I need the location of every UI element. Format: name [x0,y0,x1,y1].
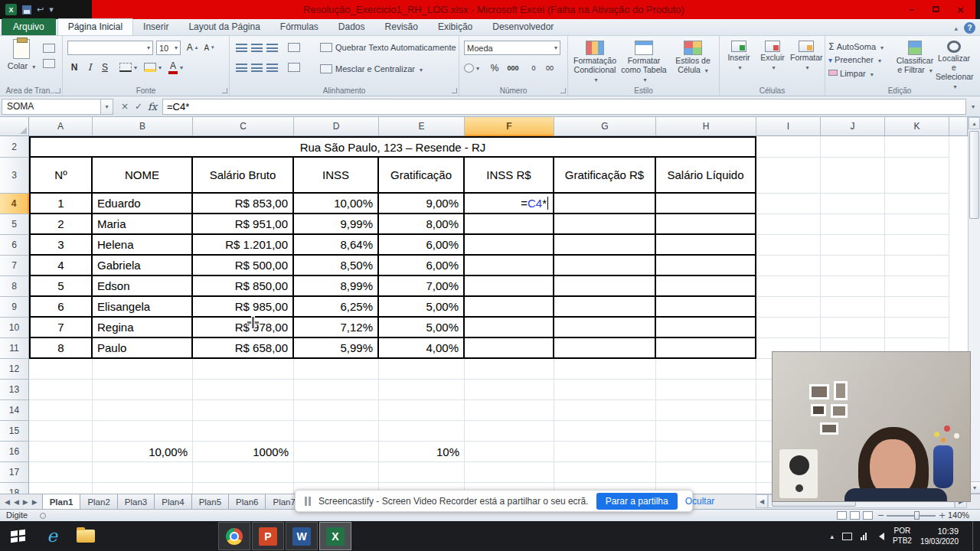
column-header-B[interactable]: B [93,117,193,136]
cell-C5[interactable]: R$ 951,00 [193,214,294,235]
row-header-6[interactable]: 6 [0,235,29,256]
cell-E15[interactable] [379,421,465,442]
cell-F5[interactable] [465,214,554,235]
row-header-16[interactable]: 16 [0,442,29,462]
row-header-13[interactable]: 13 [0,380,29,400]
row-header-3[interactable]: 3 [0,158,29,194]
row-header-5[interactable]: 5 [0,214,29,235]
cell-K6[interactable] [885,235,949,256]
number-format-select[interactable]: Moeda▾ [464,41,560,55]
orientation-icon[interactable] [288,43,300,52]
stop-sharing-button[interactable]: Parar a partilha [596,493,678,510]
row-header-4[interactable]: 4 [0,194,29,214]
column-header-K[interactable]: K [885,117,949,136]
cell-B15[interactable] [93,421,193,442]
cell-G4[interactable] [554,194,656,214]
cell-E14[interactable] [379,400,465,421]
active-cell-F4[interactable]: =C4* [465,194,554,214]
column-header-F[interactable]: F [465,117,554,136]
font-name-select[interactable]: ▾ [67,41,153,55]
minimize-button[interactable]: – [901,2,922,16]
cell-B9[interactable]: Elisangela [93,297,193,318]
ribbon-tab-layout-da-p-gina[interactable]: Layout da Página [178,19,270,35]
cell-H3[interactable]: Salário Líquido [656,158,756,194]
cell-H5[interactable] [656,214,756,235]
cell-I4[interactable] [756,194,821,214]
indent-icon[interactable] [288,63,300,72]
taskbar-powerpoint-button[interactable]: P [252,522,284,550]
cell-B4[interactable]: Eduardo [93,194,193,214]
cell-A13[interactable] [29,380,93,400]
maximize-button[interactable] [926,2,946,16]
cell-H6[interactable] [656,235,756,256]
cell-G9[interactable] [554,297,656,318]
row-header-15[interactable]: 15 [0,421,29,442]
number-dialog-launcher[interactable] [560,88,566,93]
cell-C3[interactable]: Salário Bruto [193,158,294,194]
start-button[interactable] [0,521,35,551]
cell-F11[interactable] [465,338,554,359]
row-header-17[interactable]: 17 [0,462,29,483]
row-header-14[interactable]: 14 [0,400,29,421]
align-top-icon[interactable] [236,44,247,52]
column-header-I[interactable]: I [756,117,821,136]
cell-B5[interactable]: Maria [93,214,193,235]
autosum-button[interactable]: Σ AutoSoma ▾ [828,41,884,52]
cell-G5[interactable] [554,214,656,235]
cell-J7[interactable] [821,256,885,276]
cell-H11[interactable] [656,338,756,359]
cell-B6[interactable]: Helena [93,235,193,256]
cell-G8[interactable] [554,276,656,297]
cell-H15[interactable] [656,421,756,442]
cell-J3[interactable] [821,158,885,194]
column-header-C[interactable]: C [193,117,294,136]
cell-H10[interactable] [656,318,756,338]
cell-D3[interactable]: INSS [294,158,379,194]
cell-E8[interactable]: 7,00% [379,276,465,297]
cell-D14[interactable] [294,400,379,421]
cell-D15[interactable] [294,421,379,442]
cell-B8[interactable]: Edson [93,276,193,297]
row-header-18[interactable]: 18 [0,483,29,494]
ribbon-tab-dados[interactable]: Dados [328,19,375,35]
cell-title-merged[interactable]: Rua São Paulo, 123 – Resende - RJ [29,136,756,158]
row-header-11[interactable]: 11 [0,338,29,359]
align-right-icon[interactable] [266,64,278,72]
excel-logo-icon[interactable]: X [5,4,17,15]
column-header-D[interactable]: D [294,117,379,136]
sort-filter-button[interactable]: Classificare Filtrar ▾ [896,39,934,74]
cell-A17[interactable] [29,462,93,483]
network-icon[interactable] [861,533,867,540]
column-header-A[interactable]: A [29,117,93,136]
cell-H17[interactable] [656,462,756,483]
cell-H16[interactable] [656,442,756,462]
cell-H12[interactable] [656,359,756,380]
cell-G15[interactable] [554,421,656,442]
ribbon-tab-desenvolvedor[interactable]: Desenvolvedor [482,19,564,35]
row-header-7[interactable]: 7 [0,256,29,276]
cell-C9[interactable]: R$ 985,00 [193,297,294,318]
cell-B18[interactable] [93,483,193,494]
cell-B13[interactable] [93,380,193,400]
cell-D10[interactable]: 7,12% [294,318,379,338]
wrap-text-button[interactable]: Quebrar Texto Automaticamente [320,43,456,52]
cell-F14[interactable] [465,400,554,421]
cell-G6[interactable] [554,235,656,256]
row-header-9[interactable]: 9 [0,297,29,318]
align-bottom-icon[interactable] [266,44,278,52]
cell-F3[interactable]: INSS R$ [465,158,554,194]
clipboard-dialog-launcher[interactable] [55,88,60,93]
cell-I10[interactable] [756,318,821,338]
cell-E13[interactable] [379,380,465,400]
next-sheet-icon[interactable]: ▶ [23,498,28,506]
cell-F7[interactable] [465,256,554,276]
zoom-slider[interactable] [887,515,936,517]
zoom-level[interactable]: 140% [948,510,969,520]
cell-A14[interactable] [29,400,93,421]
cell-I3[interactable] [756,158,821,194]
cell-D9[interactable]: 6,25% [294,297,379,318]
sheet-tab-plan5[interactable]: Plan5 [191,494,229,509]
sheet-tab-plan3[interactable]: Plan3 [117,494,155,509]
cell-K2[interactable] [885,136,949,158]
conditional-formatting-button[interactable]: FormataçãoCondicional ▾ [571,39,619,83]
